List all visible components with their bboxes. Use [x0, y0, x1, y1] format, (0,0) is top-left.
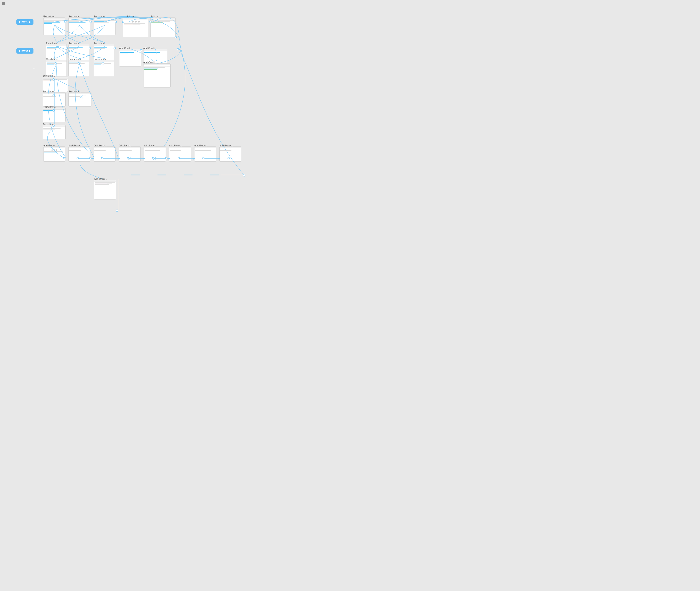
node-label-ac2: Add Candi... — [143, 46, 156, 50]
screen-card-ej1[interactable] — [123, 17, 148, 37]
screen-card-ar2[interactable] — [68, 146, 90, 161]
screen-card-ar7[interactable] — [194, 146, 216, 161]
conn-dot-cand1-bottom — [55, 62, 57, 65]
conn-dot-r5-right — [88, 47, 91, 49]
conn-dot-ac1-right — [140, 49, 142, 51]
screen-card-ac1[interactable] — [119, 49, 141, 66]
conn-dot-cand3-bottom — [102, 62, 104, 65]
node-label-ac1: Add Candi... — [119, 46, 133, 50]
node-label-cand3: Candidates — [93, 57, 106, 61]
screen-card-ar9[interactable] — [94, 180, 116, 199]
flow2-label[interactable]: Flow 2 ▶ — [16, 48, 34, 54]
node-label-rec8: Recruitme... — [68, 89, 81, 93]
conn-dot-ar1-left — [63, 157, 65, 159]
node-label-r5: Recruitme... — [68, 41, 81, 45]
conn-dot-ar6-left — [178, 157, 180, 159]
node-label-ej1: Edit Job — [126, 14, 135, 18]
conn-dot-ej2-right — [175, 36, 177, 38]
node-label-scr1: Screening... — [43, 73, 56, 77]
conn-dot-ar8-left — [228, 157, 230, 159]
node-label-ar7: Add Recru... — [194, 143, 208, 147]
node-label-ac3: Add Candi... — [143, 60, 156, 64]
conn-dot-ar5-left — [152, 157, 154, 159]
node-label-ej2: Edit Job — [150, 14, 159, 18]
node-label-ar2: Add Recru... — [68, 143, 82, 147]
conn-dot-cand2-bottom — [78, 62, 80, 65]
node-label-ar9: Add Recru... — [94, 177, 108, 181]
node-label-r1: Recruitme... — [43, 14, 56, 18]
node-label-ar4: Add Recru... — [119, 143, 132, 147]
small-label-left: - - - — [33, 67, 37, 70]
conn-dot-ar2-left — [76, 157, 79, 159]
flow2-play-icon: ▶ — [29, 50, 31, 52]
screen-card-ar6[interactable] — [169, 146, 191, 161]
screen-card-ar5[interactable] — [144, 146, 166, 161]
screen-card-r3[interactable] — [93, 17, 116, 35]
conn-dot-ar3-left — [101, 157, 103, 159]
flow1-text: Flow 1 — [19, 20, 28, 24]
conn-dot-ej2-left — [149, 21, 151, 23]
screen-card-r1[interactable] — [43, 17, 65, 35]
conn-dot-ar5-right — [165, 157, 167, 159]
node-label-ar5: Add Recru... — [144, 143, 157, 147]
screen-card-ej2[interactable] — [150, 17, 176, 37]
flow2-text: Flow 2 — [19, 49, 28, 53]
conn-dot-rec9 — [53, 109, 55, 112]
node-label-ar6: Add Recru... — [169, 143, 182, 147]
node-label-rec7: Recruitme... — [43, 89, 56, 93]
node-label-cand2: Candidates — [68, 57, 81, 61]
screen-card-cand3[interactable] — [93, 60, 114, 76]
node-label-r2: Recruitme... — [68, 14, 81, 18]
screen-card-r2[interactable] — [68, 17, 90, 35]
conn-dot-ar7-left — [202, 157, 204, 159]
window-dot — [2, 2, 5, 5]
conn-dot-r2-right — [89, 21, 92, 23]
screen-card-ar1[interactable] — [43, 146, 65, 161]
conn-dot-ar9-bottom — [116, 209, 118, 212]
node-label-ar3: Add Recru... — [93, 143, 107, 147]
node-label-r4: Recruitme... — [46, 41, 59, 45]
screen-card-ac3[interactable] — [143, 63, 171, 87]
screen-card-ar8[interactable] — [219, 146, 241, 161]
conn-dot-r3-right — [115, 21, 117, 23]
conn-dot-rec10 — [53, 125, 55, 127]
conn-dot-r4-right — [66, 47, 68, 49]
node-label-r3: Recruitme... — [93, 14, 107, 18]
conn-dot-rec8-x — [80, 95, 83, 100]
flow1-play-icon: ▶ — [29, 21, 31, 23]
screen-card-ar3[interactable] — [93, 146, 116, 161]
conn-dot-ej1-left — [122, 21, 124, 23]
flow1-label[interactable]: Flow 1 ▶ — [16, 19, 34, 25]
node-label-r6: Recruitme... — [93, 41, 107, 45]
node-label-cand1: Candidates — [46, 57, 58, 61]
node-label-rec9: Recruitme... — [43, 105, 56, 109]
conn-dot-r6-right — [114, 47, 116, 49]
node-label-ar1: Add Recru... — [43, 143, 57, 147]
conn-dot-ac2-right — [177, 48, 179, 50]
node-label-ar8: Add Recru... — [219, 143, 233, 147]
screen-card-rec10[interactable] — [43, 125, 66, 139]
conn-dot-terminal — [243, 174, 245, 177]
conn-dot-r1-right — [64, 21, 66, 23]
conn-dot-rec7 — [53, 94, 55, 96]
conn-dot-ar2-right — [89, 157, 91, 159]
conn-dot-scr1 — [53, 78, 55, 80]
conn-dot-ar4-left — [127, 157, 129, 159]
screen-card-ar4[interactable] — [119, 146, 141, 161]
